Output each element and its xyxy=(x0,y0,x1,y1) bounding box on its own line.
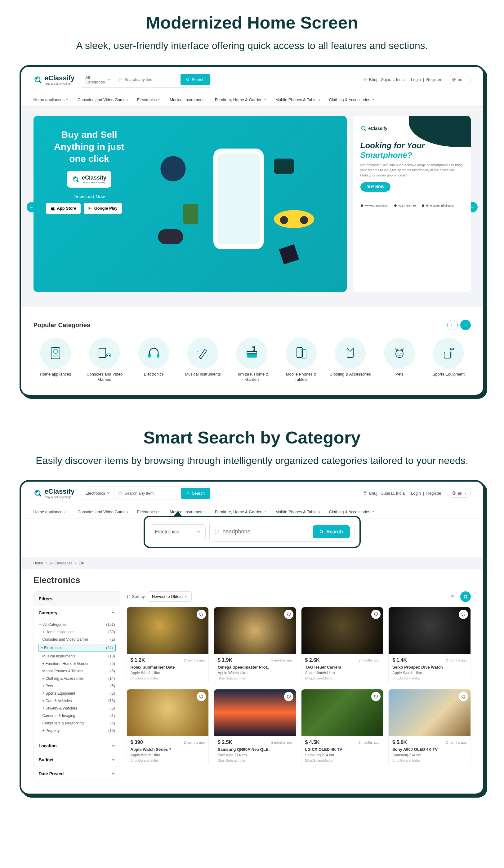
google-play-button[interactable]: Google Play xyxy=(84,203,122,214)
breadcrumb-all[interactable]: All Categories xyxy=(49,561,73,565)
app-store-button[interactable]: App Store xyxy=(46,203,81,214)
buy-now-button[interactable]: BUY NOW xyxy=(360,182,391,192)
language-selector[interactable]: en xyxy=(448,75,471,84)
category-tree-item[interactable]: Musical Instruments(10) xyxy=(39,652,115,660)
product-card[interactable]: $ 3902 months agoApple Watch Series 7App… xyxy=(126,689,209,766)
language-selector[interactable]: en xyxy=(448,489,471,498)
favorite-button[interactable] xyxy=(459,692,468,701)
category-item[interactable]: Clothing & Accessories xyxy=(328,338,372,382)
breadcrumb-home[interactable]: Home xyxy=(33,561,43,565)
product-image xyxy=(389,607,471,654)
nav-item[interactable]: Consoles and Video Games xyxy=(78,509,128,514)
logo[interactable]: eClassify "Buy & Sell Anything" xyxy=(33,74,75,85)
product-price: $ 1.2K xyxy=(131,658,145,663)
search-input[interactable] xyxy=(125,488,177,499)
nav-item[interactable]: Furniture, Home & Garden xyxy=(215,509,266,514)
favorite-button[interactable] xyxy=(197,610,206,619)
product-time: 2 months ago xyxy=(446,741,467,744)
product-image xyxy=(214,689,296,736)
category-tree-item[interactable]: + Jewelry & Watches(5) xyxy=(39,705,115,712)
product-card[interactable]: $ 4.5K2 months agoLG CX OLED 4K TVSamsun… xyxy=(301,689,384,766)
nav-item[interactable]: Furniture, Home & Garden xyxy=(215,97,266,102)
category-item[interactable]: Pets xyxy=(378,338,422,382)
category-item[interactable]: Sports Equipment xyxy=(426,338,471,382)
overlay-category-select[interactable]: Electronics xyxy=(150,524,206,539)
category-item[interactable]: Electronics xyxy=(132,338,176,382)
overlay-search-button[interactable]: Search xyxy=(313,525,350,538)
favorite-button[interactable] xyxy=(371,610,381,619)
chevron-down-icon xyxy=(158,99,160,101)
categories-prev-button[interactable]: ← xyxy=(447,320,458,330)
category-tree-item[interactable]: + Cars & Vehicles(16) xyxy=(39,697,115,705)
category-tree-item[interactable]: + Furniture, Home & Garden(5) xyxy=(39,660,115,667)
location-display[interactable]: Bhuj , Gujarat, India xyxy=(363,491,405,496)
filter-category-head[interactable]: Category xyxy=(34,606,120,620)
product-card[interactable]: $ 2.5K2 months agoSamsung QN90A Neo QLE.… xyxy=(214,689,296,766)
category-item[interactable]: Musical Instruments xyxy=(181,338,225,382)
product-card[interactable]: $ 5.0K2 months agoSony A90J OLED 4K TVSa… xyxy=(388,689,471,766)
search-button[interactable]: Search xyxy=(181,488,210,499)
list-view-button[interactable] xyxy=(447,591,458,602)
product-card[interactable]: $ 2.6K2 months agoTAG Heuer CarreraApple… xyxy=(301,607,384,684)
favorite-button[interactable] xyxy=(284,692,294,701)
search-button[interactable]: Search xyxy=(181,74,210,85)
search-input[interactable] xyxy=(124,74,176,85)
category-tree-item[interactable]: — All Categories(151) xyxy=(39,621,115,628)
nav-item[interactable]: Electronics xyxy=(137,509,161,514)
search-icon xyxy=(186,78,190,82)
login-link[interactable]: Login xyxy=(411,491,421,496)
category-item[interactable]: Mobile Phones & Tablets xyxy=(279,338,323,382)
overlay-search-input[interactable] xyxy=(223,528,310,535)
nav-item[interactable]: Clothing & Accessories xyxy=(329,509,374,514)
product-card[interactable]: $ 1.2K2 months agoRolex Submariner DateA… xyxy=(126,607,209,684)
category-item[interactable]: Home appliances xyxy=(33,338,78,382)
search-icon xyxy=(186,491,190,495)
logo[interactable]: eClassify "Buy & Sell Anything" xyxy=(33,487,75,499)
category-tree-item[interactable]: Consoles and Video Games(2) xyxy=(39,636,115,643)
filter-budget-head[interactable]: Budget xyxy=(34,753,120,767)
category-tree-item[interactable]: + Pets(5) xyxy=(39,682,115,690)
hero-banner-main[interactable]: Buy and Sell Anything in just one click … xyxy=(33,116,347,292)
categories-next-button[interactable]: → xyxy=(460,320,471,330)
category-tree-item[interactable]: + Home appliances(39) xyxy=(39,628,115,636)
nav-item[interactable]: Consoles and Video Games xyxy=(78,97,128,102)
nav-item[interactable]: Musical Instruments xyxy=(169,97,206,102)
category-select[interactable]: All Categories xyxy=(81,72,114,87)
svg-rect-29 xyxy=(106,354,111,357)
category-tree-item[interactable]: + Property(16) xyxy=(39,727,115,734)
favorite-button[interactable] xyxy=(371,692,381,701)
product-title: Seiko Prospex Dive Watch xyxy=(392,665,467,670)
category-item[interactable]: Furniture, Home & Garden xyxy=(230,338,274,382)
favorite-button[interactable] xyxy=(284,610,294,619)
location-display[interactable]: Bhuj , Gujarat, India xyxy=(363,77,405,82)
nav-item[interactable]: Electronics xyxy=(137,97,161,102)
product-card[interactable]: $ 1.4K2 months agoSeiko Prospex Dive Wat… xyxy=(388,607,471,684)
hero-banner-side[interactable]: eClassify Looking for Your Smartphone? N… xyxy=(353,116,471,292)
nav-item[interactable]: Clothing & Accessories xyxy=(329,97,374,102)
nav-item[interactable]: Mobile Phones & Tablets xyxy=(275,97,320,102)
category-tree-item[interactable]: Mobile Phones & Tablets(5) xyxy=(39,667,115,675)
login-link[interactable]: Login xyxy=(411,77,421,82)
favorite-button[interactable] xyxy=(459,610,468,619)
nav-item[interactable]: Mobile Phones & Tablets xyxy=(275,509,320,514)
favorite-button[interactable] xyxy=(197,692,206,701)
category-select[interactable]: Electronics xyxy=(81,488,115,499)
svg-point-35 xyxy=(197,351,198,352)
nav-item[interactable]: Home appliances xyxy=(33,97,68,102)
product-image xyxy=(214,607,296,654)
filter-date-head[interactable]: Date Posted xyxy=(34,767,120,781)
category-tree-item[interactable]: + Electronics(24) xyxy=(38,644,116,652)
nav-item[interactable]: Home appliances xyxy=(33,509,68,514)
register-link[interactable]: Register xyxy=(426,491,441,496)
filter-location-head[interactable]: Location xyxy=(34,739,120,753)
product-card[interactable]: $ 1.9K2 months agoOmega Speedmaster Prof… xyxy=(214,607,296,684)
category-tree-item[interactable]: + Clothing & Accessories(14) xyxy=(39,675,115,682)
category-tree-item[interactable]: Computers & Networking(6) xyxy=(39,720,115,727)
svg-point-5 xyxy=(365,79,366,80)
category-tree-item[interactable]: + Sports Equipment(3) xyxy=(39,690,115,697)
sort-select[interactable]: Newest to Oldest xyxy=(148,591,192,602)
grid-view-button[interactable] xyxy=(460,591,471,602)
register-link[interactable]: Register xyxy=(426,77,441,82)
category-item[interactable]: Consoles and Video Games xyxy=(82,338,126,382)
category-tree-item[interactable]: Cameras & Imaging(1) xyxy=(39,712,115,720)
